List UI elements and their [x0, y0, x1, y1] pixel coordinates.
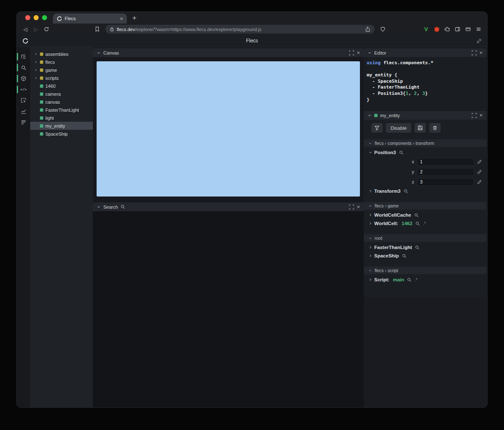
app-header: Flecs: [17, 35, 487, 47]
component-row-worldcell[interactable]: WorldCell: 1462 .*: [364, 219, 486, 228]
entity-swatch: [40, 100, 43, 104]
extension-red-button[interactable]: [432, 25, 441, 34]
y-value-input[interactable]: [417, 168, 474, 176]
component-row-worldcellcache[interactable]: WorldCellCache: [364, 211, 486, 219]
center-column: Canvas × Search ×: [93, 47, 364, 407]
rail-scripts-button[interactable]: </>: [17, 84, 30, 95]
search-icon[interactable]: [404, 189, 408, 194]
rail-query-button[interactable]: [17, 62, 30, 73]
address-bar[interactable]: flecs.dev/explorer/?wasm=https://www.fle…: [105, 25, 375, 34]
x-value-input[interactable]: [417, 158, 474, 166]
close-icon[interactable]: ×: [357, 50, 360, 55]
save-button[interactable]: [415, 123, 426, 133]
component-row-script[interactable]: Script: main .*: [364, 275, 486, 284]
chevron-right-icon: [34, 68, 38, 72]
edit-pencil-icon[interactable]: [477, 169, 482, 174]
search-icon[interactable]: [399, 150, 404, 155]
extensions-button[interactable]: [442, 25, 452, 34]
search-icon[interactable]: [414, 213, 419, 218]
close-icon[interactable]: ×: [479, 113, 483, 118]
tree-item-scripts[interactable]: scripts: [30, 74, 93, 82]
zoom-window-button[interactable]: [42, 15, 47, 20]
rail-tree-button[interactable]: [17, 51, 30, 62]
forward-button[interactable]: ▷: [31, 25, 41, 34]
chevron-down-icon[interactable]: [368, 51, 372, 55]
section-header[interactable]: flecs › script: [364, 267, 486, 274]
rail-stats-button[interactable]: [17, 106, 30, 117]
tree-item-flecs[interactable]: flecs: [30, 58, 93, 66]
icon-rail: </>: [17, 47, 30, 407]
component-name: Position3: [374, 150, 396, 155]
disable-button[interactable]: Disable: [386, 123, 411, 133]
component-row-spaceship[interactable]: SpaceShip: [364, 252, 486, 260]
tree-icon: [21, 54, 26, 60]
tree-item-my-entity[interactable]: my_entity: [30, 122, 93, 130]
tree-item-camera[interactable]: camera: [30, 90, 93, 98]
section-header[interactable]: flecs › components › transform: [364, 139, 486, 147]
close-window-button[interactable]: [25, 15, 30, 20]
canvas-panel-title: Canvas: [103, 50, 119, 55]
chevron-down-icon[interactable]: [97, 51, 101, 55]
code-editor[interactable]: using flecs.components.* my_entity { - S…: [364, 57, 486, 110]
entity-swatch: [40, 116, 43, 120]
code-icon: </>: [20, 87, 26, 92]
code-line: - FasterThanLight: [367, 84, 483, 91]
search-icon[interactable]: [402, 254, 407, 258]
fullscreen-icon[interactable]: [349, 205, 354, 210]
reload-button[interactable]: [42, 25, 51, 34]
menu-button[interactable]: [474, 25, 483, 34]
share-link-button[interactable]: [476, 38, 482, 44]
bookmark-button[interactable]: [92, 25, 102, 34]
wallet-button[interactable]: [463, 25, 473, 34]
search-icon[interactable]: [415, 221, 420, 226]
tree-item-fasterthanlight[interactable]: FasterThanLight: [30, 106, 93, 114]
render-canvas[interactable]: [97, 61, 360, 197]
fullscreen-icon[interactable]: [349, 50, 354, 55]
tree-item-light[interactable]: light: [30, 114, 93, 122]
wallet-icon: [465, 26, 471, 32]
section-header[interactable]: root: [364, 234, 486, 242]
fullscreen-icon[interactable]: [472, 113, 477, 118]
component-name: WorldCell:: [374, 221, 398, 226]
tree-item-game[interactable]: game: [30, 66, 93, 74]
tree-item-spaceship[interactable]: SpaceShip: [30, 130, 93, 138]
close-icon[interactable]: ×: [357, 204, 360, 210]
inspector-title: my_entity: [380, 113, 400, 118]
tree-item-1460[interactable]: 1460: [30, 82, 93, 90]
section-header[interactable]: flecs › game: [364, 202, 486, 210]
filter-button[interactable]: [371, 123, 383, 133]
tree-item-canvas[interactable]: canvas: [30, 98, 93, 106]
v-extension-icon: V: [424, 26, 428, 32]
tree-item-assemblies[interactable]: assemblies: [30, 50, 93, 58]
search-icon[interactable]: [415, 245, 420, 250]
component-row-fasterthanlight[interactable]: FasterThanLight: [364, 243, 486, 252]
delete-button[interactable]: [429, 123, 441, 133]
new-tab-button[interactable]: +: [132, 14, 136, 21]
chevron-down-icon[interactable]: [97, 205, 101, 209]
edit-pencil-icon[interactable]: [477, 159, 482, 164]
rail-inspector-button[interactable]: [17, 95, 30, 106]
module-swatch: [40, 52, 43, 56]
close-icon[interactable]: ×: [479, 50, 483, 55]
rail-entities-button[interactable]: [17, 73, 30, 84]
tab-close-icon[interactable]: ×: [120, 16, 123, 21]
inspect-icon: [21, 97, 26, 103]
field-row-y: y: [364, 167, 486, 177]
share-button[interactable]: [365, 26, 370, 32]
rail-journal-button[interactable]: [17, 117, 30, 128]
extension-v-button[interactable]: V: [421, 25, 431, 34]
back-button[interactable]: ◁: [21, 25, 30, 34]
component-row-transform3[interactable]: Transform3: [364, 187, 486, 195]
edit-pencil-icon[interactable]: [477, 179, 482, 184]
browser-tab[interactable]: Flecs ×: [53, 13, 127, 24]
section-game: flecs › game WorldCellCache: [364, 202, 486, 230]
sidebar-toggle-button[interactable]: [453, 25, 462, 34]
search-icon[interactable]: [407, 278, 412, 282]
z-value-input[interactable]: [417, 178, 474, 186]
fullscreen-icon[interactable]: [472, 50, 477, 55]
component-row-position3[interactable]: Position3: [364, 148, 486, 157]
minimize-window-button[interactable]: [34, 15, 39, 20]
brave-shields-button[interactable]: [378, 25, 388, 34]
entity-swatch: [374, 114, 378, 117]
chevron-down-icon[interactable]: [368, 113, 372, 118]
